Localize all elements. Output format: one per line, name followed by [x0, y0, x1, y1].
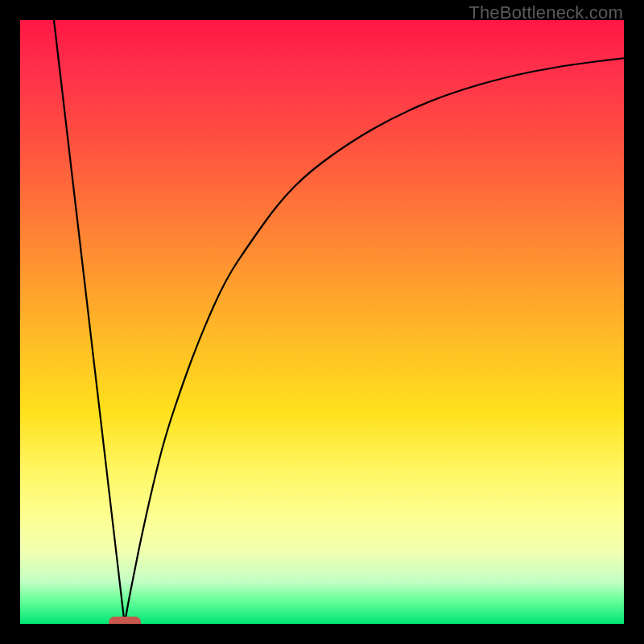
plot-area — [20, 20, 624, 624]
vertex-marker — [109, 617, 141, 624]
left-line — [54, 20, 125, 624]
right-curve — [125, 58, 624, 624]
chart-frame: TheBottleneck.com — [0, 0, 644, 644]
curve-layer — [20, 20, 624, 624]
